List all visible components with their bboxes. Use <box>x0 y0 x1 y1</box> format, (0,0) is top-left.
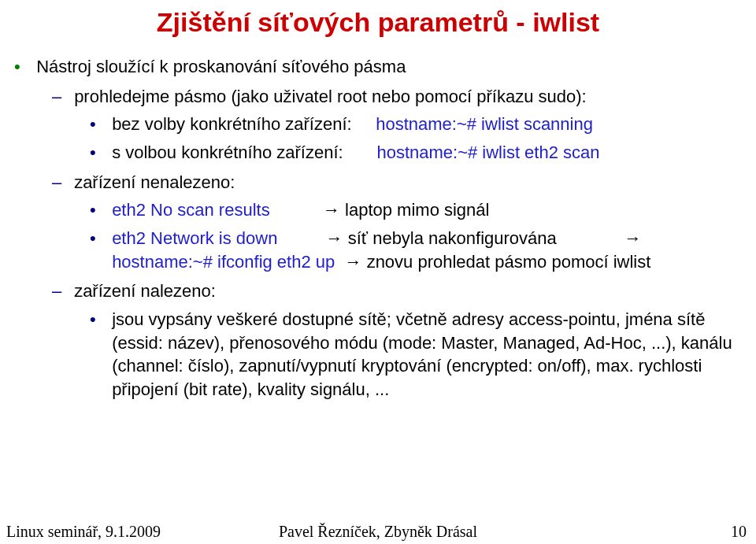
list-item: zařízení nenalezeno: eth2 No scan result… <box>52 171 756 274</box>
bullet-list-level3: eth2 No scan results → laptop mimo signá… <box>90 198 756 273</box>
bullet-text: eth2 No scan results → laptop mimo signá… <box>112 198 734 222</box>
bullet-text: bez volby konkrétního zařízení: hostname… <box>112 113 734 136</box>
list-item: jsou vypsány veškeré dostupné sítě; včet… <box>90 308 756 402</box>
list-item: zařízení nalezeno: jsou vypsány veškeré … <box>52 279 756 401</box>
slide: Zjištění síťových parametrů - iwlist Nás… <box>0 0 756 544</box>
arrow-icon: → <box>624 228 641 248</box>
command-text: hostname:~# iwlist scanning <box>376 114 593 134</box>
bullet-text: eth2 Network is down → síť nebyla nakonf… <box>112 227 734 273</box>
bullet-text: zařízení nenalezeno: <box>74 171 743 194</box>
bullet-text: zařízení nalezeno: <box>74 279 743 303</box>
command-text: hostname:~# iwlist eth2 scan <box>376 142 599 162</box>
list-item: eth2 No scan results → laptop mimo signá… <box>90 198 756 222</box>
footer-center: Pavel Řezníček, Zbyněk Drásal <box>0 521 756 542</box>
slide-title: Zjištění síťových parametrů - iwlist <box>0 0 756 55</box>
bullet-text: prohledejme pásmo (jako uživatel root ne… <box>74 85 743 109</box>
result-text: → laptop mimo signál <box>323 200 490 220</box>
label: s volbou konkrétního zařízení: <box>112 142 343 162</box>
list-item: bez volby konkrétního zařízení: hostname… <box>90 113 756 136</box>
list-item: s volbou konkrétního zařízení: hostname:… <box>90 141 756 165</box>
bullet-list-level3: jsou vypsány veškeré dostupné sítě; včet… <box>90 308 756 402</box>
bullet-list-level3: bez volby konkrétního zařízení: hostname… <box>90 113 756 164</box>
result-text: → znovu prohledat pásmo pomocí iwlist <box>345 252 651 272</box>
bullet-list-level2: prohledejme pásmo (jako uživatel root ne… <box>52 85 756 402</box>
command-text: hostname:~# ifconfig eth2 up <box>112 252 335 272</box>
result-text: → síť nebyla nakonfigurována <box>326 228 557 248</box>
command-text: eth2 No scan results <box>112 200 270 220</box>
list-item: Nástroj sloužící k proskanování síťového… <box>14 55 756 402</box>
footer-right: 10 <box>731 521 747 542</box>
bullet-list-level1: Nástroj sloužící k proskanování síťového… <box>14 55 756 402</box>
label: bez volby konkrétního zařízení: <box>112 114 352 134</box>
list-item: prohledejme pásmo (jako uživatel root ne… <box>52 85 756 165</box>
bullet-text: Nástroj sloužící k proskanování síťového… <box>36 55 745 79</box>
list-item: eth2 Network is down → síť nebyla nakonf… <box>90 227 756 273</box>
bullet-text: jsou vypsány veškeré dostupné sítě; včet… <box>112 308 734 402</box>
command-text: eth2 Network is down <box>112 228 277 248</box>
bullet-text: s volbou konkrétního zařízení: hostname:… <box>112 141 734 165</box>
